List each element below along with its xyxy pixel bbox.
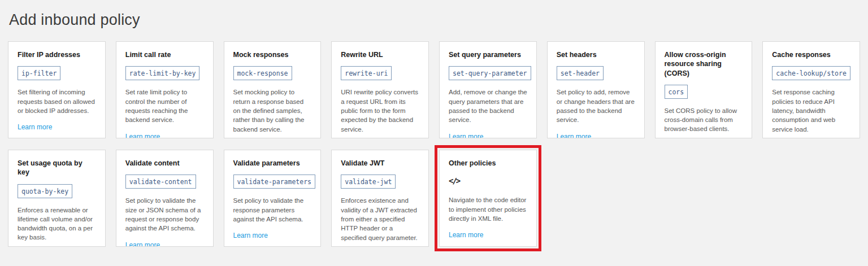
policy-badge: set-query-parameter (449, 66, 531, 80)
policy-card-title: Mock responses (233, 50, 312, 59)
policy-card-title: Validate content (125, 159, 204, 168)
policy-description: Set rate limit policy to control the num… (125, 88, 204, 124)
policy-card-grid: Filter IP addresses ip-filter Set filter… (8, 41, 860, 247)
policy-badge: validate-jwt (341, 175, 396, 189)
policy-card-title: Set query parameters (449, 50, 527, 59)
policy-card-title: Allow cross-origin resource sharing (COR… (665, 50, 743, 78)
policy-card-title: Rewrite URL (341, 50, 419, 59)
policy-description: Enforces existence and validity of a JWT… (341, 196, 419, 242)
policy-description: Set response caching policies to reduce … (772, 88, 850, 134)
policy-badge: ip-filter (18, 66, 60, 80)
policy-badge: mock-response (233, 66, 292, 80)
policy-description: Enforces a renewable or lifetime call vo… (18, 206, 96, 242)
policy-badge: cache-lookup/store (772, 66, 850, 80)
policy-description: URI rewrite policy converts a request UR… (341, 88, 419, 134)
policy-card-title: Other policies (449, 159, 527, 168)
policy-card-validate-jwt[interactable]: Validate JWT validate-jwt Enforces exist… (331, 150, 429, 247)
learn-more-link[interactable]: Learn more (18, 123, 52, 131)
policy-badge: rate-limit-by-key (125, 66, 200, 80)
policy-card-set-query-parameter[interactable]: Set query parameters set-query-parameter… (439, 41, 537, 138)
learn-more-link[interactable]: Learn more (233, 232, 268, 239)
policy-description: Navigate to the code editor to implement… (449, 195, 527, 223)
policy-card-validate-parameters[interactable]: Validate parameters validate-parameters … (224, 150, 322, 247)
learn-more-link[interactable]: Learn more (449, 231, 483, 239)
policy-card-ip-filter[interactable]: Filter IP addresses ip-filter Set filter… (8, 41, 106, 138)
policy-description: Set policy to validate the size or JSON … (125, 196, 204, 233)
learn-more-link[interactable]: Learn more (449, 133, 483, 138)
page-title: Add inbound policy (9, 11, 860, 29)
policy-card-cors[interactable]: Allow cross-origin resource sharing (COR… (655, 41, 753, 138)
learn-more-link[interactable]: Learn more (125, 133, 160, 138)
add-inbound-policy-page: Add inbound policy Filter IP addresses i… (0, 0, 868, 255)
policy-card-mock-response[interactable]: Mock responses mock-response Set mocking… (224, 41, 322, 138)
policy-badge: validate-parameters (233, 175, 316, 189)
learn-more-link[interactable]: Learn more (125, 241, 160, 247)
policy-description: Set policy to validate the response para… (233, 196, 312, 224)
policy-description: Set policy to add, remove or change head… (557, 88, 635, 124)
policy-description: Add, remove or change the query paramete… (449, 88, 527, 124)
policy-card-title: Limit call rate (125, 50, 204, 59)
policy-card-title: Validate JWT (341, 159, 419, 168)
policy-badge: rewrite-uri (341, 66, 392, 80)
policy-badge: quota-by-key (18, 184, 72, 198)
policy-description: Set CORS policy to allow cross-domain ca… (665, 106, 743, 134)
code-icon: </> (449, 173, 459, 188)
policy-card-rate-limit[interactable]: Limit call rate rate-limit-by-key Set ra… (116, 41, 214, 138)
policy-badge: set-header (557, 66, 604, 80)
policy-card-set-header[interactable]: Set headers set-header Set policy to add… (547, 41, 645, 138)
policy-card-title: Validate parameters (233, 159, 312, 168)
policy-badge: validate-content (125, 175, 196, 189)
policy-card-title: Set headers (557, 50, 635, 59)
policy-card-title: Filter IP addresses (18, 50, 96, 59)
policy-card-rewrite-uri[interactable]: Rewrite URL rewrite-uri URI rewrite poli… (331, 41, 429, 138)
learn-more-link[interactable]: Learn more (557, 133, 591, 138)
policy-description: Set mocking policy to return a response … (233, 88, 312, 134)
policy-badge: cors (665, 85, 688, 99)
policy-card-cache[interactable]: Cache responses cache-lookup/store Set r… (762, 41, 860, 138)
policy-card-validate-content[interactable]: Validate content validate-content Set po… (116, 150, 214, 247)
policy-card-title: Cache responses (772, 50, 850, 59)
policy-card-title: Set usage quota by key (18, 159, 96, 177)
policy-description: Set filtering of incoming requests based… (18, 88, 96, 115)
policy-card-quota-by-key[interactable]: Set usage quota by key quota-by-key Enfo… (8, 150, 106, 247)
policy-card-other-policies[interactable]: Other policies </> Navigate to the code … (439, 150, 537, 247)
